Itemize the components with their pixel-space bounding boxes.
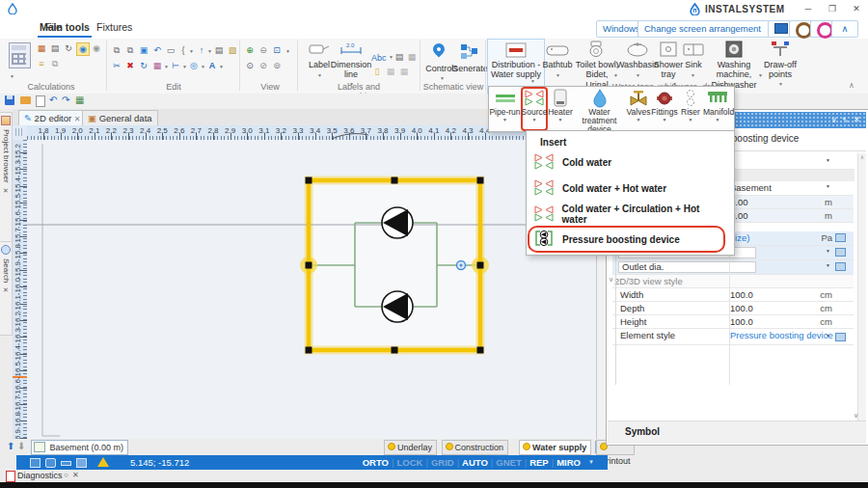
chevron-down-icon[interactable]: ▼ xyxy=(826,248,830,254)
scroll-up-icon[interactable]: ∧ xyxy=(858,153,866,160)
toggle-grid[interactable]: GRID xyxy=(431,457,454,468)
edit-props-icon[interactable]: ▧ xyxy=(227,44,238,56)
drawing-canvas[interactable] xyxy=(27,140,596,439)
copy-icon[interactable]: ⧉ xyxy=(111,44,122,56)
layer-tab-construction[interactable]: Construction xyxy=(442,440,509,455)
change-screen-arrangement-button[interactable]: Change screen arrangement ▼ xyxy=(637,20,774,38)
layer-visibility-icon[interactable] xyxy=(446,443,453,450)
close-tab-icon[interactable]: ✕ xyxy=(74,115,81,123)
warning-icon[interactable] xyxy=(97,457,109,467)
windows-align-icon[interactable]: ▤ xyxy=(213,44,225,56)
controls-caret-icon[interactable]: ▼ xyxy=(440,75,445,81)
structure-icon[interactable]: ▤ xyxy=(49,42,61,54)
menu-tab-main-tools[interactable]: Main tools xyxy=(40,21,90,33)
side-tab-project-browser[interactable]: Project browser✕ xyxy=(0,112,13,243)
menu-item-cold-water-circulation-hot-water[interactable]: Cold water + Circulation + Hot water xyxy=(529,203,725,226)
edit-caret1-icon[interactable]: ▼ xyxy=(189,48,194,54)
menu-tab-fixtures[interactable]: Fixtures xyxy=(96,21,132,33)
toolbar-item-pipe-run[interactable]: Pipe-run▼ xyxy=(489,87,521,131)
abc-style-button[interactable]: Abc ▼ xyxy=(371,53,393,63)
toolbar-item-heater[interactable]: Heater▼ xyxy=(548,87,573,131)
washing-machine-icon[interactable] xyxy=(724,41,744,58)
toolbar-item-valves[interactable]: Valves▼ xyxy=(626,87,651,131)
font-icon[interactable]: A xyxy=(206,60,218,71)
windows-button[interactable]: Windows ▼ xyxy=(596,20,643,38)
calculations-icon[interactable] xyxy=(9,42,31,68)
duplicate-icon[interactable]: ⧉ xyxy=(124,44,136,56)
floor-down-icon[interactable]: ⬇ xyxy=(17,441,25,451)
floor-selector[interactable]: Basement (0.00 m) ▼ xyxy=(31,440,128,455)
minimize-button[interactable]: ─ xyxy=(801,3,815,14)
redo-quick-icon[interactable]: ↷ xyxy=(62,95,69,106)
sink-button[interactable]: Sink xyxy=(681,60,706,69)
toilet-icon[interactable] xyxy=(586,41,606,58)
brace-icon[interactable]: { xyxy=(177,44,189,56)
generate-icon[interactable] xyxy=(460,42,479,60)
panel-row-depth[interactable]: Depth100.0cm xyxy=(612,302,854,315)
refresh-icon[interactable]: ↻ xyxy=(63,42,74,54)
zoom-out-icon[interactable]: ⊖ xyxy=(258,44,269,56)
screen-icon[interactable] xyxy=(835,248,846,257)
toggle-orto[interactable]: ORTO xyxy=(363,457,389,468)
water-calc-off-icon[interactable]: ◉ xyxy=(91,42,102,54)
side-tab-search[interactable]: Search✕ xyxy=(0,241,13,336)
save-icon[interactable] xyxy=(5,95,14,105)
edit-caret2-icon[interactable]: ▼ xyxy=(207,48,212,54)
results-icon[interactable]: ≡ xyxy=(36,58,47,69)
screen-icon[interactable] xyxy=(835,262,846,271)
washbasin-caret-icon[interactable]: ▼ xyxy=(636,72,640,78)
bathtub-icon[interactable] xyxy=(546,42,569,58)
maximize-button[interactable]: ❐ xyxy=(826,3,839,14)
chevron-down-icon[interactable]: ▼ xyxy=(678,117,703,122)
menu-item-cold-water-hot-water[interactable]: Cold water + Hot water xyxy=(529,176,725,200)
panel-row-outlet-dia-[interactable]: Outlet dia.▼ xyxy=(612,260,854,275)
open-icon[interactable] xyxy=(20,96,31,104)
layer-tab-underlay[interactable]: Underlay xyxy=(384,440,437,455)
layer-visibility-icon[interactable] xyxy=(523,443,530,450)
paste-icon[interactable]: ▣ xyxy=(138,44,149,56)
table-quick-icon[interactable]: ▦ xyxy=(75,95,84,106)
edit-caret5-icon[interactable]: ▼ xyxy=(201,64,205,69)
tab-general-data[interactable]: ▣ General data xyxy=(82,110,158,126)
drawoff-caret-icon[interactable]: ▼ xyxy=(778,81,783,87)
delete-icon[interactable]: ✖ xyxy=(124,60,136,71)
bathtub-button[interactable]: Bathtub xyxy=(538,60,577,69)
building-calc-icon[interactable]: ▦ xyxy=(36,42,47,54)
chevron-down-icon[interactable]: ▼ xyxy=(489,117,521,122)
label-tag-icon[interactable] xyxy=(309,42,330,56)
chevron-down-icon[interactable]: ▼ xyxy=(651,117,678,122)
diagnostics-pin-icon[interactable]: ○ xyxy=(64,471,68,479)
toggle-miro[interactable]: MIRO xyxy=(556,457,581,468)
zoom-pointer-icon[interactable]: ⊙ xyxy=(244,60,256,71)
section-collapse-icon[interactable]: ∨ xyxy=(609,276,613,284)
chevron-down-icon[interactable]: ▼ xyxy=(548,117,573,122)
screen-icon[interactable] xyxy=(835,333,846,341)
toolbar-item-water-treatment-device[interactable]: Water treatment device▼ xyxy=(573,87,626,131)
move-up-icon[interactable]: ↑ xyxy=(196,44,207,56)
controls-pin-icon[interactable] xyxy=(431,41,448,58)
new-doc-icon[interactable]: ▯ xyxy=(371,66,383,77)
diagnostics-close-icon[interactable]: ✕ xyxy=(72,471,79,479)
panel-row-2d-3d-view-style[interactable]: 2D/3D view style∨ xyxy=(612,275,854,288)
diagnostics-tab[interactable]: Diagnostics xyxy=(17,471,63,480)
status-dash-icon[interactable] xyxy=(61,461,71,466)
sink-icon[interactable] xyxy=(683,41,704,57)
sink-caret-icon[interactable]: ▼ xyxy=(691,72,695,78)
status-monitor-icon[interactable] xyxy=(30,458,41,468)
table2-icon[interactable]: ▦ xyxy=(398,66,410,77)
calculations-caret-icon[interactable]: ▼ xyxy=(10,73,14,79)
washbasin-icon[interactable] xyxy=(627,41,648,57)
status-flag-icon[interactable] xyxy=(76,458,87,468)
view-caret-icon[interactable]: ▼ xyxy=(285,48,290,54)
zoom-selection-icon[interactable]: ⊡ xyxy=(271,44,283,56)
rotate-icon[interactable]: ↻ xyxy=(138,60,149,71)
collapse-ribbon-icon[interactable]: ∧ xyxy=(849,81,854,90)
dimension-line-icon[interactable]: 2.0 xyxy=(339,41,363,56)
dimension-line-button[interactable]: Dimension line xyxy=(328,60,374,80)
generate-button[interactable]: Generate xyxy=(450,64,489,73)
list-style-icon[interactable]: ▤ xyxy=(393,51,405,63)
undo-quick-icon[interactable]: ↶ xyxy=(49,95,57,106)
snap-circle-icon[interactable]: ◎ xyxy=(188,60,200,71)
collapse-top-button[interactable]: ∧ xyxy=(831,20,858,38)
shower-tray-icon[interactable] xyxy=(659,41,678,58)
